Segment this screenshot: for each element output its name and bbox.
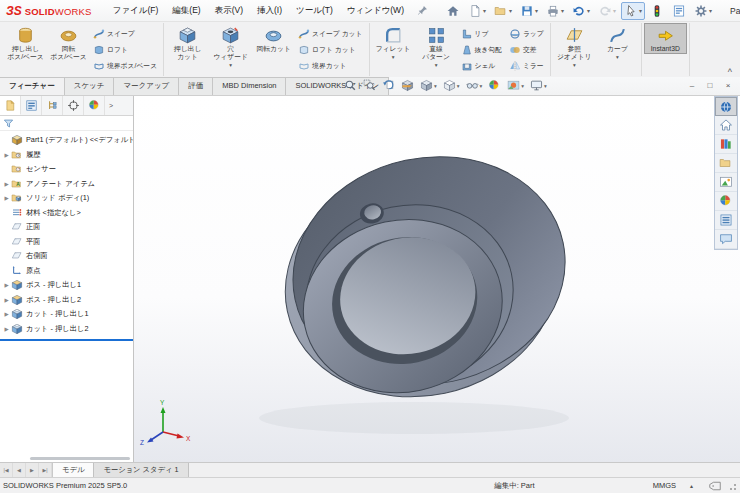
dropdown-arrow-icon[interactable]: ▾ [587, 7, 590, 14]
hole-wizard-button[interactable]: 穴 ウィザード▾ [209, 23, 252, 70]
ribbon-collapse-icon[interactable]: ^ [728, 67, 732, 77]
taskpane-custom-properties-button[interactable] [715, 211, 737, 230]
panel-tabs-overflow[interactable]: > [105, 96, 117, 115]
open-button[interactable]: ▾ [491, 2, 515, 20]
boundary-boss-base-button[interactable]: 境界ボス/ベース [90, 58, 161, 74]
tab-MBD Dimension[interactable]: MBD Dimension [212, 77, 286, 95]
home-button[interactable] [443, 2, 463, 20]
edit-appearance-button[interactable] [486, 78, 503, 93]
expand-arrow-icon[interactable]: ▶ [2, 195, 11, 201]
expand-arrow-icon[interactable]: ▶ [2, 326, 11, 332]
units-selector[interactable]: MMGS [653, 481, 676, 490]
tree-item[interactable]: ▶履歴 [0, 148, 133, 163]
undo-button[interactable]: ▾ [569, 2, 593, 20]
taskpane-file-explorer-button[interactable] [715, 154, 737, 173]
panel-tab-configurationmanager[interactable] [42, 96, 63, 115]
ring-flange-part[interactable] [259, 132, 589, 434]
dropdown-arrow-icon[interactable]: ▾ [457, 83, 460, 89]
panel-tab-featuremanager[interactable] [0, 96, 21, 115]
dropdown-arrow-icon[interactable]: ▾ [709, 7, 712, 14]
linear-pattern-button[interactable]: 直線 パターン▾ [415, 23, 458, 70]
dropdown-arrow-icon[interactable]: ▾ [613, 7, 616, 14]
model-canvas[interactable]: Y X Z [134, 96, 740, 462]
taskpane-appearances-scenes-button[interactable] [715, 192, 737, 211]
tree-item[interactable]: ▶ボス - 押し出し1 [0, 278, 133, 293]
zoom-to-area-button[interactable] [361, 78, 378, 93]
panel-tab-displaymanager[interactable] [84, 96, 105, 115]
tab-scroll-3[interactable]: ▶| [39, 463, 52, 477]
dropdown-arrow-icon[interactable]: ▾ [435, 62, 438, 69]
previous-view-button[interactable] [380, 78, 397, 93]
wrap-button[interactable]: ラップ [506, 26, 548, 42]
menu-挿入(I)[interactable]: 挿入(I) [250, 1, 289, 21]
section-view-button[interactable] [399, 78, 416, 93]
display-style-button[interactable]: ▾ [441, 78, 462, 93]
dropdown-arrow-icon[interactable]: ▾ [561, 7, 564, 14]
dropdown-arrow-icon[interactable]: ▾ [535, 7, 538, 14]
tree-item[interactable]: 原点 [0, 264, 133, 279]
save-button[interactable]: ▾ [517, 2, 541, 20]
panel-tab-propertymanager[interactable] [21, 96, 42, 115]
taskpane-design-library-button[interactable] [715, 135, 737, 154]
rebuild-button[interactable] [647, 2, 667, 20]
taskpane-3dexperience-button[interactable] [715, 97, 737, 116]
panel-tab-dimxpertmanager[interactable] [63, 96, 84, 115]
dropdown-arrow-icon[interactable]: ▾ [483, 7, 486, 14]
reference-geometry-button[interactable]: 参照 ジオメトリ▾ [553, 23, 596, 70]
tab-マークアップ[interactable]: マークアップ [113, 77, 179, 95]
print-button[interactable]: ▾ [543, 2, 567, 20]
tree-item[interactable]: 平面 [0, 235, 133, 250]
dropdown-arrow-icon[interactable]: ▾ [392, 54, 395, 61]
dropdown-arrow-icon[interactable]: ▾ [616, 54, 619, 61]
tree-item[interactable]: 材料 <指定なし> [0, 206, 133, 221]
options-button[interactable]: ▾ [691, 2, 715, 20]
draft-button[interactable]: 抜き勾配 [458, 42, 506, 58]
expand-arrow-icon[interactable]: ▶ [2, 181, 11, 187]
doc-restore-button[interactable]: □ [701, 78, 719, 93]
expand-arrow-icon[interactable]: ▶ [2, 152, 11, 158]
filter-funnel-icon[interactable] [3, 118, 14, 129]
revolved-boss-base-button[interactable]: 回転 ボス/ベース [47, 23, 90, 62]
doc-close-button[interactable]: × [719, 78, 737, 93]
resize-grip[interactable] [727, 481, 737, 491]
tab-scroll-2[interactable]: ▶ [26, 463, 39, 477]
tree-item[interactable]: 正面 [0, 220, 133, 235]
tab-スケッチ[interactable]: スケッチ [64, 77, 115, 95]
menu-ファイル(F)[interactable]: ファイル(F) [106, 1, 166, 21]
tab-scroll-0[interactable]: |◀ [0, 463, 13, 477]
bottom-tab-モデル[interactable]: モデル [53, 463, 94, 477]
doc-minimize-button[interactable]: – [683, 78, 701, 93]
tag-icon[interactable] [709, 481, 721, 491]
menu-ツール(T)[interactable]: ツール(T) [289, 1, 340, 21]
swept-boss-base-button[interactable]: スイープ [90, 26, 161, 42]
rib-button[interactable]: リブ [458, 26, 506, 42]
hide-show-items-button[interactable]: ▾ [464, 78, 485, 93]
tab-フィーチャー[interactable]: フィーチャー [0, 77, 65, 95]
taskpane-home-resources-button[interactable] [715, 116, 737, 135]
dropdown-arrow-icon[interactable]: ▾ [521, 83, 524, 89]
dropdown-arrow-icon[interactable]: ▾ [480, 83, 483, 89]
pin-menu-icon[interactable] [413, 3, 432, 18]
boundary-cut-button[interactable]: 境界カット [295, 58, 366, 74]
graphics-area[interactable]: Y X Z [134, 96, 740, 462]
tab-scroll-1[interactable]: ◀ [13, 463, 26, 477]
view-orientation-button[interactable]: ▾ [418, 78, 439, 93]
curves-button[interactable]: カーブ▾ [596, 23, 639, 62]
tab-評価[interactable]: 評価 [178, 77, 213, 95]
lofted-boss-base-button[interactable]: ロフト [90, 42, 161, 58]
expand-arrow-icon[interactable]: ▶ [2, 297, 11, 303]
extruded-cut-button[interactable]: 押し出し カット [166, 23, 209, 62]
rollback-bar[interactable] [0, 339, 133, 341]
lofted-cut-button[interactable]: ロフト カット [295, 42, 366, 58]
menu-ウィンドウ(W)[interactable]: ウィンドウ(W) [340, 1, 411, 21]
dropdown-arrow-icon[interactable]: ▾ [229, 62, 232, 69]
expand-arrow-icon[interactable]: ▶ [2, 282, 11, 288]
new-document-button[interactable]: ▾ [465, 2, 489, 20]
panel-horizontal-scrollbar[interactable] [30, 457, 130, 460]
fillet-button[interactable]: フィレット▾ [372, 23, 415, 62]
revolved-cut-button[interactable]: 回転カット [252, 23, 295, 54]
tree-item[interactable]: ▶ボス - 押し出し2 [0, 293, 133, 308]
menu-編集(E)[interactable]: 編集(E) [165, 1, 207, 21]
tree-item[interactable]: ▶カット - 押し出し1 [0, 307, 133, 322]
taskpane-solidworks-forum-button[interactable] [715, 230, 737, 249]
